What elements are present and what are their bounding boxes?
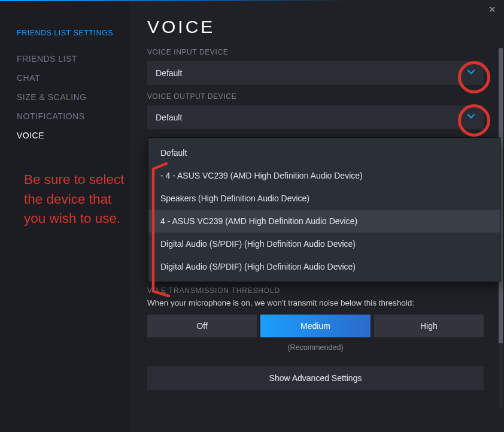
sidebar-item-notifications[interactable]: NOTIFICATIONS <box>17 107 130 126</box>
sidebar: FRIENDS LIST SETTINGS FRIENDS LISTCHATSI… <box>0 0 130 432</box>
layout: FRIENDS LIST SETTINGS FRIENDS LISTCHATSI… <box>0 0 504 432</box>
threshold-option-medium[interactable]: Medium <box>260 315 370 337</box>
threshold-heading: VO E TRANSMISSION THRESHOLD <box>147 286 484 295</box>
show-advanced-label: Show Advanced Settings <box>269 373 362 383</box>
dropdown-option[interactable]: - 4 - ASUS VC239 (AMD High Definition Au… <box>148 164 500 187</box>
threshold-segmented-control: OffMediumHigh <box>147 315 484 337</box>
threshold-description: When your microphone is on, we won't tra… <box>147 298 484 307</box>
threshold-option-high[interactable]: High <box>374 315 484 337</box>
sidebar-title: FRIENDS LIST SETTINGS <box>17 29 130 37</box>
page-title: VOICE <box>147 17 484 37</box>
recommended-label: (Recommended) <box>147 343 484 352</box>
voice-output-label: VOICE OUTPUT DEVICE <box>147 92 484 101</box>
chevron-down-icon <box>467 112 475 123</box>
sidebar-item-size-scaling[interactable]: SIZE & SCALING <box>17 87 130 107</box>
sidebar-item-voice[interactable]: VOICE <box>17 126 130 145</box>
show-advanced-button[interactable]: Show Advanced Settings <box>147 366 484 390</box>
sidebar-item-friends-list[interactable]: FRIENDS LIST <box>17 49 130 68</box>
dropdown-option[interactable]: Digital Audio (S/PDIF) (High Definition … <box>148 255 500 278</box>
main-panel: VOICE VOICE INPUT DEVICE Default VOICE O… <box>130 0 504 432</box>
threshold-option-off[interactable]: Off <box>147 315 257 337</box>
voice-output-value: Default <box>156 113 182 122</box>
dropdown-option[interactable]: Digital Audio (S/PDIF) (High Definition … <box>148 232 500 255</box>
voice-input-value: Default <box>156 68 182 78</box>
chevron-down-icon <box>467 68 475 78</box>
sidebar-item-chat[interactable]: CHAT <box>17 68 130 87</box>
voice-output-dropdown[interactable]: Default- 4 - ASUS VC239 (AMD High Defini… <box>148 138 500 282</box>
dropdown-option[interactable]: Speakers (High Definition Audio Device) <box>148 187 500 210</box>
voice-output-select[interactable]: Default <box>147 105 484 129</box>
dropdown-option[interactable]: Default <box>148 141 500 164</box>
voice-input-label: VOICE INPUT DEVICE <box>147 48 484 56</box>
voice-input-select[interactable]: Default <box>147 61 484 85</box>
dropdown-option[interactable]: 4 - ASUS VC239 (AMD High Definition Audi… <box>148 210 500 232</box>
